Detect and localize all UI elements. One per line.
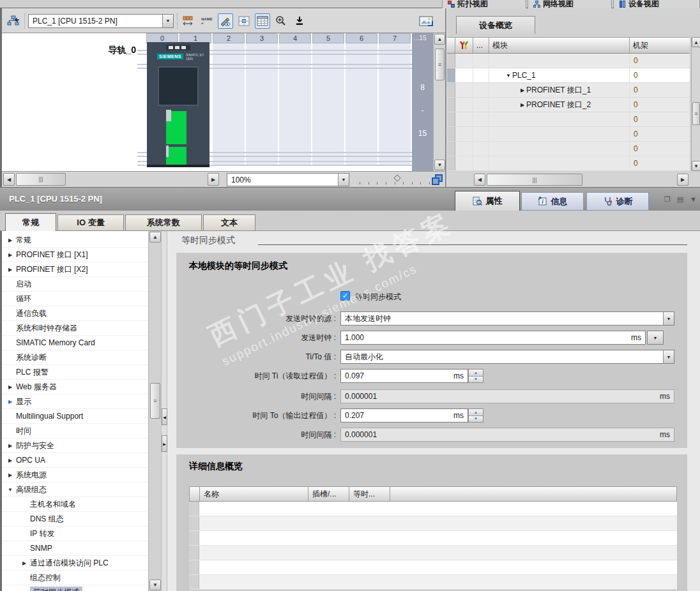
scroll-down-icon[interactable]: ▼ xyxy=(434,160,445,170)
nav-item-profinet-x2[interactable]: ▶PROFINET 接口 [X2] xyxy=(2,262,148,277)
nav-item-plc-alarms[interactable]: PLC 报警 xyxy=(2,365,148,380)
nav-item-general[interactable]: ▶常规 xyxy=(2,233,148,248)
table-row[interactable]: ▶PROFINET 接口_2 0 xyxy=(447,98,690,112)
slot-4[interactable] xyxy=(279,43,311,166)
tab-topology-view[interactable]: 拓扑视图 xyxy=(442,0,526,8)
isochronous-column-header[interactable]: 等时... xyxy=(349,487,390,501)
time-to-spinner[interactable]: ▲▼ xyxy=(468,408,483,423)
scroll-left-icon[interactable]: ◀ xyxy=(3,173,15,186)
device-selector-dropdown[interactable]: PLC_1 [CPU 1515-2 PN] xyxy=(28,14,174,28)
chevron-down-icon[interactable] xyxy=(663,312,674,325)
nav-item-multilingual-support[interactable]: Multilingual Support xyxy=(2,409,148,424)
vscroll-thumb[interactable]: ≡ xyxy=(150,383,160,419)
nav-item-system-clock-memory[interactable]: 系统和时钟存储器 xyxy=(2,321,148,336)
expand-icon[interactable]: ▶ xyxy=(6,384,15,390)
overview-hscrollbar[interactable]: ◀ ||| ▶ xyxy=(447,172,700,187)
nav-item-protection-security[interactable]: ▶防护与安全 xyxy=(2,438,148,453)
scroll-right-icon[interactable]: ▶ xyxy=(208,173,219,186)
table-view-icon[interactable] xyxy=(255,13,270,29)
expand-icon[interactable]: ▶ xyxy=(20,560,29,566)
expand-icon[interactable]: ▼ xyxy=(6,487,15,493)
table-row[interactable]: 0 xyxy=(447,142,690,156)
spin-down-icon[interactable]: ▼ xyxy=(469,416,483,423)
nav-vscrollbar[interactable]: ▲ ≡ ▼ xyxy=(148,231,161,591)
expand-icon[interactable]: ▶ xyxy=(6,237,15,243)
nav-item-opc-ua[interactable]: ▶OPC UA xyxy=(2,453,148,468)
tito-mode-dropdown[interactable]: 自动最小化 xyxy=(340,350,674,364)
expand-icon[interactable]: ▶ xyxy=(6,399,15,405)
chevron-down-icon[interactable] xyxy=(338,174,349,186)
time-ti-spinner[interactable]: ▲▼ xyxy=(468,369,483,383)
scroll-up-icon[interactable]: ▲ xyxy=(434,34,445,45)
hscroll-thumb[interactable]: ||| xyxy=(16,173,66,186)
nav-item-dns-configuration[interactable]: DNS 组态 xyxy=(2,512,148,527)
hscroll-thumb[interactable]: ||| xyxy=(487,174,582,186)
tab-system-constants[interactable]: 系统常数 xyxy=(125,214,202,231)
tab-general[interactable]: 常规 xyxy=(5,213,56,231)
slot-2[interactable] xyxy=(213,43,245,166)
scroll-down-icon[interactable]: ▼ xyxy=(149,580,161,590)
nav-item-system-power[interactable]: ▶系统电源 xyxy=(2,468,148,483)
nav-item-time[interactable]: 时间 xyxy=(2,424,148,438)
cpu-module[interactable]: SIEMENS SIMATIC S7-1500 xyxy=(147,42,209,167)
table-row[interactable] xyxy=(189,502,677,516)
float-pane-icon[interactable]: ❐ xyxy=(664,195,671,204)
slot-column-header[interactable]: 插槽/... xyxy=(308,487,349,501)
hardware-config-icon[interactable] xyxy=(6,13,21,29)
tab-diagnostics[interactable]: 诊断 xyxy=(586,192,649,211)
spin-up-icon[interactable]: ▲ xyxy=(469,409,483,416)
zoom-level-dropdown[interactable]: 100% xyxy=(227,173,349,186)
tab-network-view[interactable]: 网络视图 xyxy=(528,0,612,8)
vscroll-thumb[interactable]: ≡ xyxy=(435,49,445,80)
nav-item-profinet-x1[interactable]: ▶PROFINET 接口 [X1] xyxy=(2,248,148,262)
collapse-left-icon[interactable]: ◀ xyxy=(162,408,167,425)
rename-icon[interactable]: NAME⤶ xyxy=(199,13,215,29)
nav-item-plc-access-via-cm[interactable]: ▶通过通信模块访问 PLC xyxy=(2,556,148,571)
tab-io-tags[interactable]: IO 变量 xyxy=(57,214,124,231)
time-to-input[interactable]: 0.207 ms xyxy=(340,408,468,423)
tab-properties[interactable]: 属性 xyxy=(455,191,520,211)
table-row[interactable] xyxy=(189,546,677,560)
scroll-down-icon[interactable]: ▼ xyxy=(692,161,700,171)
nav-item-isochronous-mode[interactable]: 等时同步模式 xyxy=(2,585,148,591)
download-icon[interactable] xyxy=(292,13,307,29)
snapshot-icon[interactable] xyxy=(418,13,434,29)
nav-item-cycle[interactable]: 循环 xyxy=(2,292,148,306)
vscroll-thumb[interactable]: ≡ xyxy=(692,102,700,125)
scroll-left-icon[interactable]: ◀ xyxy=(474,174,485,186)
scroll-up-icon[interactable]: ▲ xyxy=(692,37,700,47)
table-row[interactable] xyxy=(189,575,677,590)
send-clock-input[interactable]: 1.000 ms xyxy=(340,331,646,345)
collapse-right-icon[interactable]: ▶ xyxy=(162,435,167,452)
expand-icon[interactable]: ▶ xyxy=(6,443,15,449)
nav-item-display[interactable]: ▶显示 xyxy=(2,394,148,409)
device-overview-tab[interactable]: 设备概览 xyxy=(456,16,535,34)
module-column-header[interactable]: 模块 xyxy=(489,38,630,53)
collapse-pane-icon[interactable]: ▼ xyxy=(690,195,697,203)
nav-item-startup[interactable]: 启动 xyxy=(2,277,148,292)
expand-icon[interactable]: ▼ xyxy=(505,73,512,79)
expand-icon[interactable]: ▶ xyxy=(6,267,15,273)
device-rack-canvas[interactable]: 0 1 2 3 4 5 6 7 ...15 8 - 15 导轨_0 SIEMEN… xyxy=(2,33,433,171)
slot-5[interactable] xyxy=(312,43,344,166)
slot-7[interactable] xyxy=(379,43,411,166)
edit-mode-icon[interactable] xyxy=(218,13,233,29)
spin-up-icon[interactable]: ▲ xyxy=(469,370,483,377)
overview-vscrollbar[interactable]: ▲ ≡ ▼ xyxy=(691,37,700,171)
nav-item-configuration-control[interactable]: 组态控制 xyxy=(2,571,148,585)
nav-item-communication-load[interactable]: 通信负载 xyxy=(2,306,148,321)
expand-icon[interactable]: ▶ xyxy=(6,472,15,478)
chevron-down-icon[interactable] xyxy=(162,15,173,27)
resize-columns-icon[interactable] xyxy=(181,13,196,29)
table-row[interactable]: 0 xyxy=(447,54,690,68)
tab-info[interactable]: i 信息 xyxy=(521,192,584,211)
spin-down-icon[interactable]: ▼ xyxy=(469,377,483,383)
fit-to-view-icon[interactable] xyxy=(431,173,444,186)
table-row[interactable]: 0 xyxy=(447,127,690,142)
table-row-selected[interactable]: ▼PLC_1 0 xyxy=(447,68,690,83)
table-row[interactable]: 0 xyxy=(447,112,690,127)
nav-item-advanced-configuration[interactable]: ▼高级组态 xyxy=(2,483,148,497)
send-clock-unit-dropdown[interactable] xyxy=(647,331,664,345)
nav-item-web-server[interactable]: ▶Web 服务器 xyxy=(2,380,148,394)
nav-item-ip-forwarding[interactable]: IP 转发 xyxy=(2,527,148,541)
